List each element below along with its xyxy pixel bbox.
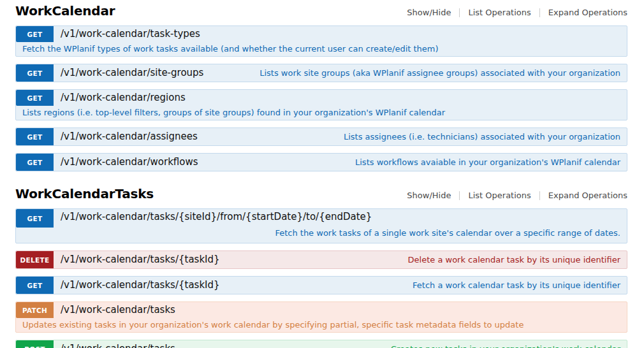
http-method-badge: GET: [16, 154, 54, 171]
endpoint-description-link[interactable]: Lists regions (i.e. top-level filters, g…: [16, 106, 451, 120]
operation-row[interactable]: POST /v1/work-calendar/tasks Creates new…: [15, 340, 627, 348]
http-method-badge: GET: [16, 209, 54, 228]
section-header: WorkCalendar Show/Hide List Operations E…: [15, 3, 627, 18]
section-controls: Show/Hide List Operations Expand Operati…: [407, 8, 627, 18]
endpoint-path-link[interactable]: /v1/work-calendar/task-types: [54, 26, 627, 42]
section-controls: Show/Hide List Operations Expand Operati…: [407, 191, 627, 201]
resource-section-workcalendar: WorkCalendar Show/Hide List Operations E…: [15, 3, 627, 171]
endpoint-description-link[interactable]: Lists assignees (i.e. technicians) assoc…: [337, 130, 627, 144]
endpoint-path-link[interactable]: /v1/work-calendar/assignees: [54, 129, 337, 145]
endpoint-path-link[interactable]: /v1/work-calendar/site-groups: [54, 65, 253, 81]
operation-row[interactable]: GET /v1/work-calendar/tasks/{siteId}/fro…: [15, 208, 627, 243]
operation-row[interactable]: DELETE /v1/work-calendar/tasks/{taskId} …: [15, 250, 627, 269]
operation-row[interactable]: GET /v1/work-calendar/regions Lists regi…: [15, 89, 627, 120]
expand-operations-link[interactable]: Expand Operations: [540, 191, 627, 200]
operation-row[interactable]: GET /v1/work-calendar/task-types Fetch t…: [15, 25, 627, 57]
operation-row[interactable]: GET /v1/work-calendar/workflows Lists wo…: [15, 153, 627, 171]
resource-title: WorkCalendarTasks: [15, 186, 154, 201]
endpoint-path-link[interactable]: /v1/work-calendar/tasks/{siteId}/from/{s…: [54, 209, 627, 225]
endpoint-description-link[interactable]: Fetch the WPlanif types of work tasks av…: [16, 42, 445, 56]
endpoint-description-link[interactable]: Fetch a work calendar task by its unique…: [406, 279, 627, 293]
operation-row[interactable]: GET /v1/work-calendar/site-groups Lists …: [15, 64, 627, 82]
http-method-badge: GET: [16, 128, 54, 145]
show-hide-link[interactable]: Show/Hide: [407, 191, 459, 200]
endpoint-description-link[interactable]: Creates new tasks in your organization's…: [384, 342, 627, 348]
section-header: WorkCalendarTasks Show/Hide List Operati…: [15, 186, 627, 201]
endpoint-path-link[interactable]: /v1/work-calendar/tasks: [54, 341, 384, 348]
show-hide-link[interactable]: Show/Hide: [407, 8, 459, 17]
endpoint-path-link[interactable]: /v1/work-calendar/workflows: [54, 154, 349, 170]
endpoint-description-link[interactable]: Delete a work calendar task by its uniqu…: [402, 253, 627, 267]
endpoint-description-link[interactable]: Updates existing tasks in your organizat…: [16, 318, 530, 332]
http-method-badge: PATCH: [16, 302, 54, 318]
expand-operations-link[interactable]: Expand Operations: [540, 8, 627, 17]
resource-section-workcalendartasks: WorkCalendarTasks Show/Hide List Operati…: [15, 186, 627, 348]
endpoint-path-link[interactable]: /v1/work-calendar/regions: [54, 90, 627, 106]
endpoint-description-link[interactable]: Lists workflows avaiable in your organiz…: [349, 156, 627, 170]
operation-row[interactable]: GET /v1/work-calendar/tasks/{taskId} Fet…: [15, 276, 627, 294]
http-method-badge: GET: [16, 277, 54, 294]
http-method-badge: GET: [16, 26, 54, 42]
http-method-badge: GET: [16, 64, 54, 82]
http-method-badge: GET: [16, 90, 54, 106]
endpoint-description-link[interactable]: Lists work site groups (aka WPlanif assi…: [253, 66, 627, 80]
http-method-badge: POST: [16, 340, 54, 348]
endpoint-path-link[interactable]: /v1/work-calendar/tasks/{taskId}: [54, 277, 406, 293]
list-operations-link[interactable]: List Operations: [460, 8, 539, 17]
endpoint-description-link[interactable]: Fetch the work tasks of a single work si…: [16, 228, 627, 243]
api-docs-page: WorkCalendar Show/Hide List Operations E…: [0, 0, 644, 348]
list-operations-link[interactable]: List Operations: [460, 191, 539, 200]
operation-row[interactable]: GET /v1/work-calendar/assignees Lists as…: [15, 127, 627, 146]
resource-title: WorkCalendar: [15, 3, 115, 18]
endpoint-path-link[interactable]: /v1/work-calendar/tasks: [54, 302, 627, 318]
http-method-badge: DELETE: [16, 251, 54, 268]
endpoint-path-link[interactable]: /v1/work-calendar/tasks/{taskId}: [54, 252, 402, 268]
operation-row[interactable]: PATCH /v1/work-calendar/tasks Updates ex…: [15, 301, 627, 333]
